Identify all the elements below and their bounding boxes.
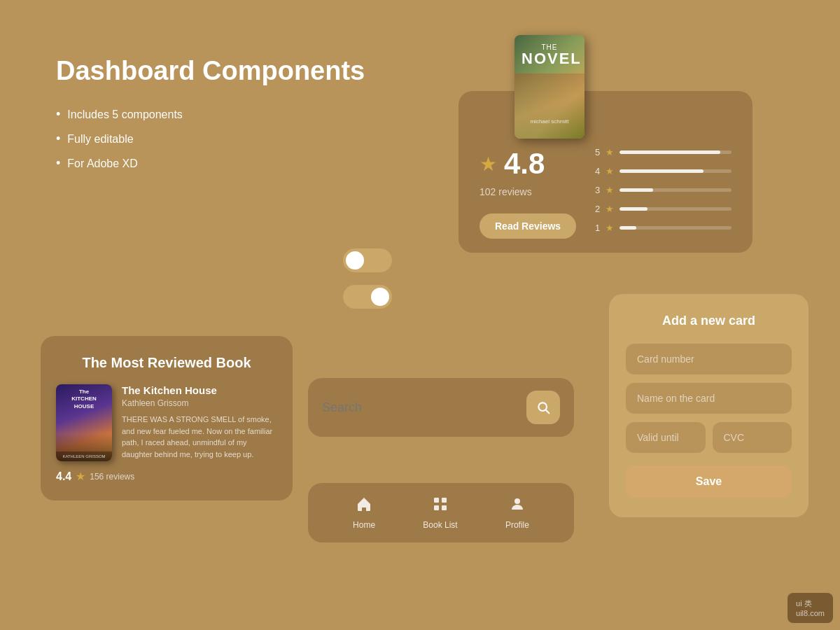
book-rating-row: 4.4 ★ 156 reviews <box>56 470 277 483</box>
rating-bars: 5 ★ 4 ★ 3 ★ 2 ★ 1 ★ <box>590 112 732 239</box>
bar-star-2: ★ <box>606 204 614 214</box>
booklist-icon <box>432 496 449 517</box>
bar-star-5: ★ <box>606 147 614 158</box>
book-author-thumb: KATHLEEN GRISSOM <box>56 451 112 461</box>
card-valid-input[interactable] <box>626 422 706 453</box>
svg-rect-5 <box>442 505 447 510</box>
book-cover-image: THE NOVEL michael schmitt <box>514 35 584 139</box>
add-card-form: Add a new card Save <box>609 294 808 517</box>
home-icon <box>356 496 372 517</box>
search-container <box>308 378 574 437</box>
book-name: The Kitchen House <box>122 384 277 396</box>
header-section: Dashboard Components Includes 5 componen… <box>56 56 365 171</box>
book-rating-number: 4.4 <box>56 470 71 483</box>
toggle-1[interactable] <box>343 248 392 272</box>
card-cvc-input[interactable] <box>713 422 792 453</box>
feature-list: Includes 5 components Fully editable For… <box>56 107 365 171</box>
most-reviewed-title: The Most Reviewed Book <box>56 354 277 372</box>
toggle-2-thumb <box>371 288 389 306</box>
card-row-expiry-cvc <box>626 422 792 453</box>
add-card-title: Add a new card <box>626 314 792 328</box>
feature-item-1: Includes 5 components <box>56 107 365 122</box>
svg-rect-2 <box>434 498 439 503</box>
search-input[interactable] <box>322 400 526 415</box>
book-thumb-title: The KITCHEN HOUSE <box>56 388 112 410</box>
svg-point-6 <box>514 498 520 504</box>
book-author: Kathleen Grissom <box>122 398 277 408</box>
bar-track-2 <box>620 207 732 211</box>
bar-row-2: 2 ★ <box>590 204 732 214</box>
nav-label-profile: Profile <box>505 520 529 530</box>
nav-item-home[interactable]: Home <box>353 496 375 530</box>
nav-label-booklist: Book List <box>423 520 457 530</box>
card-number-input[interactable] <box>626 344 792 374</box>
rating-number: 4.8 <box>504 147 545 181</box>
book-excerpt: THERE WAS A STRONG SMELL of smoke, and n… <box>122 414 277 460</box>
bar-star-3: ★ <box>606 185 614 195</box>
svg-rect-3 <box>442 498 447 503</box>
rating-score: ★ 4.8 <box>479 147 576 181</box>
book-entry: The KITCHEN HOUSE KATHLEEN GRISSOM The K… <box>56 384 277 461</box>
feature-item-2: Fully editable <box>56 132 365 146</box>
bar-track-5 <box>620 150 732 154</box>
watermark: ui 类 uil8.com <box>788 593 833 623</box>
bar-row-4: 4 ★ <box>590 166 732 176</box>
feature-item-3: For Adobe XD <box>56 156 365 171</box>
watermark-line1: ui 类 <box>796 598 825 609</box>
book-cover-author: michael schmitt <box>530 118 568 125</box>
card-save-button[interactable]: Save <box>626 465 792 498</box>
book-review-count: 156 reviews <box>90 472 134 482</box>
book-info: The Kitchen House Kathleen Grissom THERE… <box>122 384 277 461</box>
search-bar <box>308 378 574 437</box>
page-title: Dashboard Components <box>56 56 365 86</box>
bar-row-1: 1 ★ <box>590 223 732 233</box>
most-reviewed-card: The Most Reviewed Book The KITCHEN HOUSE… <box>41 336 293 500</box>
search-icon <box>536 400 550 414</box>
bar-star-1: ★ <box>606 223 614 233</box>
rating-star-icon: ★ <box>479 153 497 176</box>
watermark-line2: uil8.com <box>796 609 825 617</box>
book-thumbnail: The KITCHEN HOUSE KATHLEEN GRISSOM <box>56 384 112 461</box>
toggle-container <box>343 248 392 309</box>
bar-track-4 <box>620 169 732 173</box>
toggle-2[interactable] <box>343 285 392 309</box>
nav-item-profile[interactable]: Profile <box>505 496 529 530</box>
book-cover-container: THE NOVEL michael schmitt <box>514 35 584 139</box>
rating-reviews-count: 102 reviews <box>479 186 576 197</box>
bar-row-5: 5 ★ <box>590 147 732 158</box>
card-name-input[interactable] <box>626 383 792 414</box>
svg-line-1 <box>546 410 550 414</box>
search-button[interactable] <box>526 391 560 424</box>
bar-track-3 <box>620 188 732 192</box>
bar-star-4: ★ <box>606 166 614 176</box>
rating-card: THE NOVEL michael schmitt ★ 4.8 102 revi… <box>458 91 752 253</box>
toggle-1-thumb <box>346 251 364 270</box>
book-cover-title: NOVEL <box>522 50 578 67</box>
profile-icon <box>509 496 526 517</box>
nav-label-home: Home <box>353 520 375 530</box>
nav-item-booklist[interactable]: Book List <box>423 496 457 530</box>
bar-track-1 <box>620 226 732 230</box>
bottom-nav: Home Book List Profile <box>308 483 574 542</box>
book-rating-star: ★ <box>76 470 85 483</box>
read-reviews-button[interactable]: Read Reviews <box>479 214 576 239</box>
svg-rect-4 <box>434 505 439 510</box>
bar-row-3: 3 ★ <box>590 185 732 195</box>
